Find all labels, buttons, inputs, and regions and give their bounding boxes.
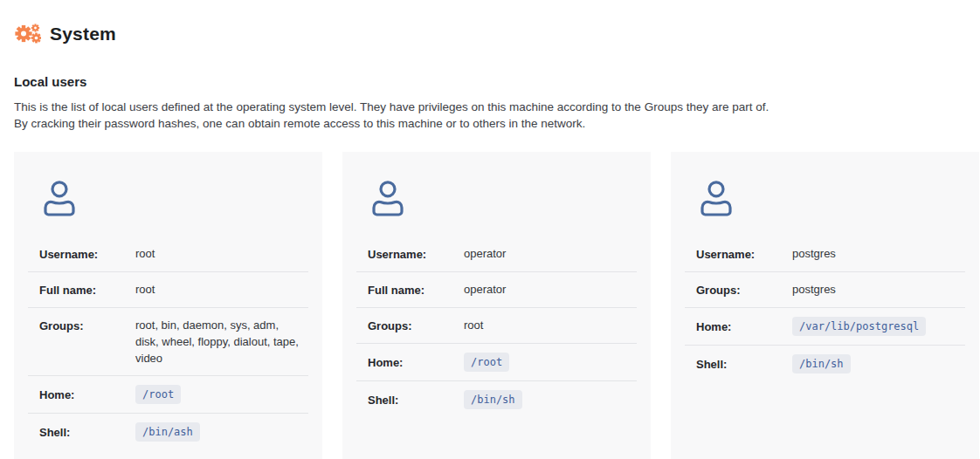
- detail-label: Username:: [696, 245, 792, 263]
- detail-value: root: [464, 317, 637, 333]
- detail-label: Full name:: [39, 281, 135, 298]
- detail-label: Username:: [39, 245, 135, 263]
- detail-value: /bin/ash: [135, 422, 308, 442]
- user-card: Username: postgres Groups: postgres Home…: [671, 152, 979, 459]
- page-title: System: [50, 24, 116, 45]
- description-line-2: By cracking their password hashes, one c…: [14, 115, 980, 132]
- user-icon: [671, 178, 979, 223]
- detail-value: operator: [464, 245, 637, 262]
- detail-row: Home: /var/lib/postgresql: [685, 307, 965, 345]
- user-cards: Username: root Full name: root Groups: r…: [14, 152, 980, 459]
- user-card: Username: root Full name: root Groups: r…: [14, 152, 322, 459]
- system-page: System Local users This is the list of l…: [0, 22, 980, 459]
- detail-rows: Username: root Full name: root Groups: r…: [28, 236, 308, 450]
- detail-row: Username: operator: [356, 236, 637, 271]
- detail-value: postgres: [792, 245, 965, 262]
- description-line-1: This is the list of local users defined …: [14, 99, 980, 115]
- detail-label: Groups:: [39, 317, 135, 334]
- detail-value: root, bin, daemon, sys, adm, disk, wheel…: [135, 317, 308, 367]
- detail-rows: Username: postgres Groups: postgres Home…: [685, 236, 965, 382]
- detail-row: Groups: postgres: [685, 271, 965, 307]
- path-code-badge: /root: [464, 353, 509, 372]
- detail-value: operator: [464, 281, 637, 298]
- detail-row: Username: root: [28, 236, 308, 271]
- path-code-badge: /var/lib/postgresql: [792, 317, 926, 336]
- detail-label: Home:: [696, 318, 792, 335]
- path-code-badge: /bin/sh: [464, 390, 522, 409]
- page-header: System: [14, 22, 980, 45]
- detail-value: /bin/sh: [464, 390, 637, 409]
- detail-label: Home:: [39, 386, 135, 403]
- detail-row: Username: postgres: [685, 236, 965, 271]
- detail-value: /root: [135, 385, 308, 404]
- detail-label: Username:: [368, 245, 464, 263]
- user-icon: [342, 178, 651, 223]
- detail-row: Shell: /bin/ash: [28, 413, 308, 450]
- detail-value: root: [135, 245, 308, 262]
- detail-label: Shell:: [39, 423, 135, 441]
- detail-label: Shell:: [368, 391, 464, 408]
- path-code-badge: /bin/sh: [792, 354, 851, 373]
- detail-label: Groups:: [696, 281, 792, 298]
- user-icon: [14, 178, 322, 223]
- detail-value: /root: [464, 353, 637, 372]
- detail-label: Home:: [368, 353, 464, 371]
- detail-label: Full name:: [368, 281, 464, 298]
- path-code-badge: /root: [135, 385, 181, 404]
- detail-value: postgres: [792, 281, 965, 298]
- user-card: Username: operator Full name: operator G…: [342, 152, 651, 459]
- path-code-badge: /bin/ash: [135, 422, 200, 442]
- detail-row: Groups: root: [356, 307, 637, 343]
- detail-row: Groups: root, bin, daemon, sys, adm, dis…: [28, 307, 308, 375]
- detail-value: root: [135, 281, 308, 298]
- detail-row: Shell: /bin/sh: [685, 345, 965, 382]
- detail-row: Home: /root: [28, 375, 308, 413]
- detail-label: Shell:: [696, 355, 792, 373]
- detail-label: Groups:: [368, 317, 464, 334]
- detail-rows: Username: operator Full name: operator G…: [356, 236, 637, 418]
- detail-row: Full name: root: [28, 271, 308, 307]
- local-users-description: This is the list of local users defined …: [14, 99, 980, 132]
- detail-value: /var/lib/postgresql: [792, 317, 965, 336]
- detail-row: Full name: operator: [356, 271, 637, 307]
- gears-icon: [14, 22, 41, 45]
- detail-value: /bin/sh: [792, 354, 965, 373]
- local-users-heading: Local users: [14, 74, 980, 89]
- detail-row: Shell: /bin/sh: [356, 380, 637, 418]
- detail-row: Home: /root: [356, 343, 637, 380]
